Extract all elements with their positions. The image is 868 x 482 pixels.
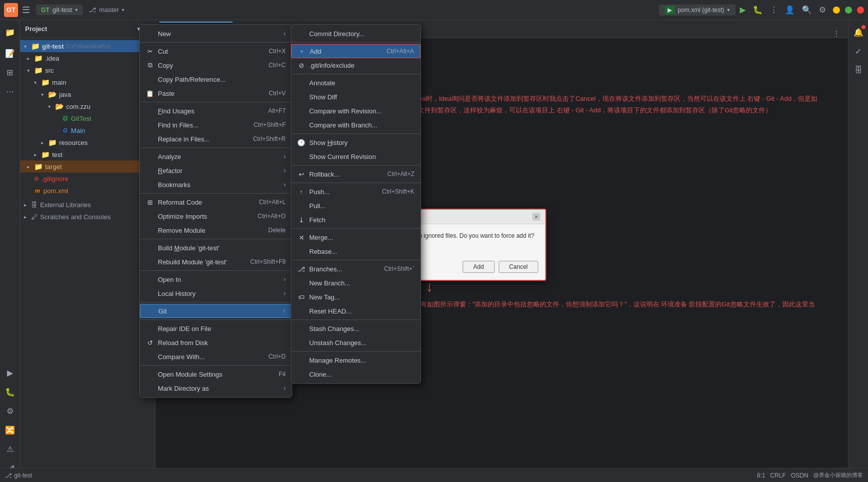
sidebar-icon-problems[interactable]: ⚠ (2, 441, 18, 457)
git-menu-rebase[interactable]: Rebase... (291, 244, 420, 258)
git-menu-push[interactable]: ↑ Push... Ctrl+Shift+K (291, 185, 420, 199)
menu-item-copy[interactable]: ⧉ Copy Ctrl+C (140, 58, 292, 72)
sidebar-icon-plugins[interactable]: ⋯ (2, 83, 18, 99)
dialog-cancel-button[interactable]: Cancel (499, 261, 538, 273)
search-icon[interactable]: 🔍 (802, 5, 812, 15)
maximize-button[interactable] (845, 7, 852, 14)
tree-item-pom-xml[interactable]: ▸ m pom.xml (20, 185, 155, 197)
menu-item-repair-ide[interactable]: Repair IDE on File (140, 322, 292, 336)
menu-item-git[interactable]: Git › (140, 304, 292, 318)
git-menu-compare-revision[interactable]: Compare with Revision... (291, 104, 420, 118)
tree-item-test[interactable]: ▸ 📁 test (20, 148, 155, 160)
menu-item-refactor[interactable]: Refactor › (140, 164, 292, 178)
git-stash-label: Stash Changes... (309, 325, 359, 333)
menu-item-copy-path[interactable]: Copy Path/Reference... (140, 72, 292, 86)
dialog-add-button[interactable]: Add (463, 261, 494, 273)
menu-item-reformat[interactable]: ⊞ Reformat Code Ctrl+Alt+L (140, 195, 292, 209)
settings-icon[interactable]: ⚙ (819, 5, 826, 15)
right-icon-notifications[interactable]: 🔔 (850, 24, 866, 40)
debug-icon[interactable]: 🐛 (753, 5, 763, 15)
menu-item-reload[interactable]: ↺ Reload from Disk (140, 336, 292, 350)
menu-item-module-settings[interactable]: Open Module Settings F4 (140, 367, 292, 381)
menu-item-replace-files[interactable]: Replace in Files... Ctrl+Shift+R (140, 132, 292, 146)
paste-icon: 📋 (146, 90, 154, 97)
menu-item-find-usages[interactable]: Find Usages Alt+F7 (140, 104, 292, 118)
tree-item-target[interactable]: ▸ 📁 target (20, 160, 155, 173)
git-menu-commit[interactable]: Commit Directory... (291, 27, 420, 41)
run-icon[interactable]: ▶ (740, 5, 746, 15)
tree-item-com-zzu[interactable]: ▾ 📂 com.zzu (20, 100, 155, 112)
dialog-close-button[interactable]: × (532, 213, 540, 221)
right-icon-vcs[interactable]: ✓ (850, 43, 866, 59)
reload-icon: ↺ (146, 339, 154, 347)
sidebar-icon-project[interactable]: 📁 (2, 24, 18, 40)
git-menu-gitignore[interactable]: ⊘ .git/info/exclude (291, 58, 420, 72)
close-button[interactable] (857, 7, 864, 14)
tree-item-src[interactable]: ▾ 📁 src (20, 64, 155, 76)
branch-selector[interactable]: ⎇ master ▾ (89, 6, 125, 14)
git-compare-branch-label: Compare with Branch... (309, 121, 377, 129)
gitignore-icon: ⊘ (297, 62, 305, 69)
tree-item-java[interactable]: ▾ 📂 java (20, 88, 155, 100)
menu-item-optimize-label: Optimize Imports (158, 213, 207, 220)
git-menu-branches[interactable]: ⎇ Branches... Ctrl+Shift+` (291, 262, 420, 276)
menu-item-compare-with[interactable]: Compare With... Ctrl+D (140, 350, 292, 364)
tree-item-external-libs[interactable]: ▸ 🗄 External Libraries (20, 199, 155, 211)
status-bar: ⎇ git-test 8:1 CRLF OSDN @养金小探礁的博客 (0, 468, 868, 482)
menu-item-analyze[interactable]: Analyze › (140, 149, 292, 164)
tab-more-icon[interactable]: ⋮ (829, 30, 844, 38)
menu-item-cut[interactable]: ✂ Cut Ctrl+X (140, 44, 292, 58)
git-sep-8 (291, 319, 420, 320)
add-shortcut: Ctrl+Alt+A (386, 48, 414, 55)
git-menu-add[interactable]: + Add Ctrl+Alt+A (291, 44, 420, 58)
menu-item-new[interactable]: New › (140, 27, 292, 41)
menu-item-local-history[interactable]: Local History › (140, 286, 292, 300)
sidebar-icon-git[interactable]: 🔀 (2, 422, 18, 438)
git-gitignore-label: .git/info/exclude (309, 62, 354, 69)
right-icon-db[interactable]: 🗄 (850, 62, 866, 78)
menu-item-remove-module[interactable]: Remove Module Delete (140, 223, 292, 237)
sidebar-icon-debug[interactable]: 🐛 (2, 384, 18, 400)
git-menu-new-tag[interactable]: 🏷 New Tag... (291, 290, 420, 304)
git-menu-stash[interactable]: Stash Changes... (291, 322, 420, 336)
more-run-options-icon[interactable]: ⋮ (770, 5, 778, 15)
tree-item-idea[interactable]: ▸ 📁 .idea (20, 52, 155, 64)
menu-item-paste[interactable]: 📋 Paste Ctrl+V (140, 86, 292, 100)
menu-item-open-in[interactable]: Open In › (140, 272, 292, 286)
analyze-arrow: › (284, 153, 286, 160)
menu-item-repair-label: Repair IDE on File (158, 325, 211, 333)
git-menu-merge[interactable]: ⤨ Merge... (291, 230, 420, 244)
git-menu-pull[interactable]: Pull... (291, 199, 420, 213)
git-menu-show-diff: Show Diff (291, 90, 420, 104)
status-git-branch[interactable]: ⎇ git-test (5, 472, 32, 479)
git-menu-reset-head[interactable]: Reset HEAD... (291, 304, 420, 318)
tree-item-git-test[interactable]: ▾ 📁 git-test D:\PythonIdeaProj (20, 40, 155, 52)
tree-item-gittest[interactable]: ▸ G GitTest (20, 112, 155, 124)
run-configuration[interactable]: ▶ pom.xml (git-test) ▾ (659, 5, 736, 16)
git-menu-unstash[interactable]: Unstash Changes... (291, 336, 420, 350)
sidebar-icon-vcs[interactable]: 📝 (2, 45, 18, 61)
sidebar-icon-run[interactable]: ▶ (2, 365, 18, 381)
menu-item-build-module[interactable]: Build Module 'git-test' (140, 241, 292, 255)
menu-item-bookmarks[interactable]: Bookmarks › (140, 178, 292, 192)
git-menu-remotes[interactable]: Manage Remotes... (291, 353, 420, 367)
sidebar-icon-services[interactable]: ⚙ (2, 403, 18, 419)
tree-item-resources[interactable]: ▸ 📁 resources (20, 136, 155, 148)
project-selector[interactable]: GT git-test ▾ (36, 5, 83, 15)
tree-item-main-class[interactable]: ▸ G Main (20, 124, 155, 136)
git-menu-clone[interactable]: Clone... (291, 367, 420, 381)
minimize-button[interactable] (833, 7, 840, 14)
tree-item-gitignore[interactable]: ▸ ⊘ .gitignore (20, 173, 155, 185)
menu-item-rebuild-module[interactable]: Rebuild Module 'git-test' Ctrl+Shift+F9 (140, 255, 292, 269)
git-menu-rollback[interactable]: ↩ Rollback... Ctrl+Alt+Z (291, 167, 420, 181)
git-menu-show-history[interactable]: 🕐 Show History (291, 135, 420, 149)
menu-item-find-files[interactable]: Find in Files... Ctrl+Shift+F (140, 118, 292, 132)
tree-item-main[interactable]: ▾ 📁 main (20, 76, 155, 88)
user-icon[interactable]: 👤 (785, 5, 795, 15)
sidebar-icon-structure[interactable]: ⊞ (2, 64, 18, 80)
menu-item-mark-dir[interactable]: Mark Directory as › (140, 381, 292, 395)
menu-item-replace-files-label: Replace in Files... (158, 135, 209, 143)
menu-item-optimize[interactable]: Optimize Imports Ctrl+Alt+O (140, 209, 292, 223)
tree-item-scratches[interactable]: ▸ 🖊 Scratches and Consoles (20, 211, 155, 223)
hamburger-menu[interactable]: ☰ (22, 5, 30, 16)
